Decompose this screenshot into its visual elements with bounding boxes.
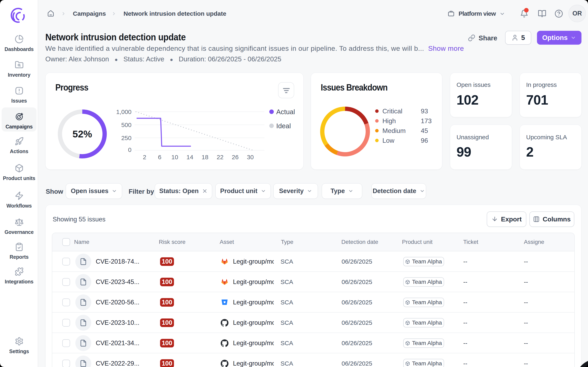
svg-text:52%: 52%: [72, 129, 92, 140]
svg-text:1,000: 1,000: [116, 108, 131, 115]
svg-text:Low: Low: [382, 137, 395, 144]
svg-text:10: 10: [171, 154, 178, 160]
svg-text:96: 96: [421, 137, 428, 144]
svg-text:26: 26: [232, 154, 238, 160]
svg-text:Ideal: Ideal: [276, 122, 291, 130]
svg-text:0: 0: [128, 146, 131, 153]
svg-text:18: 18: [201, 154, 208, 160]
svg-text:250: 250: [121, 134, 131, 141]
svg-text:High: High: [382, 117, 396, 125]
svg-text:Medium: Medium: [382, 127, 406, 134]
svg-text:500: 500: [121, 122, 131, 128]
svg-text:14: 14: [186, 154, 193, 160]
svg-text:6: 6: [158, 154, 162, 160]
svg-text:30: 30: [247, 154, 254, 160]
svg-text:45: 45: [421, 127, 428, 134]
svg-text:22: 22: [217, 154, 223, 160]
svg-text:Critical: Critical: [382, 108, 402, 115]
svg-text:173: 173: [421, 117, 432, 125]
svg-text:2: 2: [143, 154, 146, 160]
svg-text:93: 93: [421, 108, 428, 115]
svg-text:Actual: Actual: [276, 108, 295, 116]
